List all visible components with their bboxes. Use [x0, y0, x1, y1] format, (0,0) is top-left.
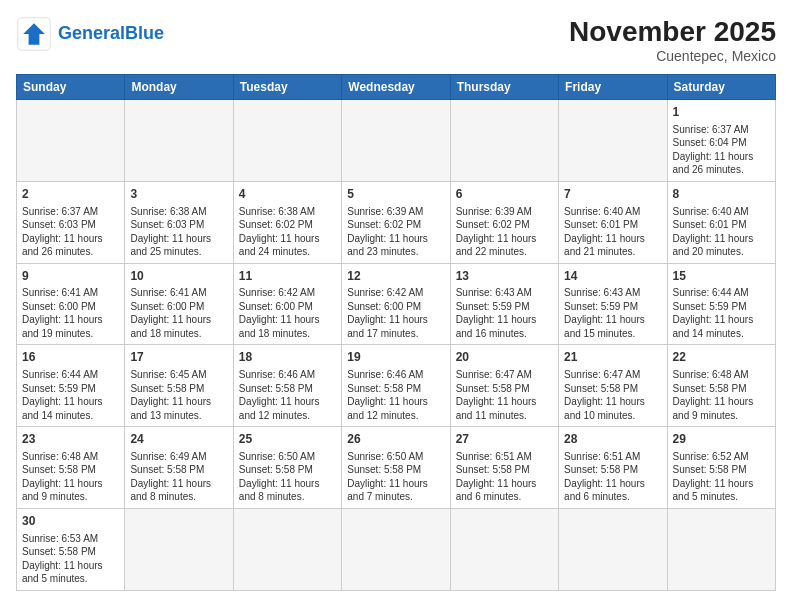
day-info: Sunrise: 6:41 AM Sunset: 6:00 PM Dayligh… [22, 286, 119, 340]
day-info: Sunrise: 6:48 AM Sunset: 5:58 PM Dayligh… [673, 368, 770, 422]
weekday-header-tuesday: Tuesday [233, 75, 341, 100]
calendar-week-row: 16Sunrise: 6:44 AM Sunset: 5:59 PM Dayli… [17, 345, 776, 427]
day-number: 20 [456, 349, 553, 366]
calendar-cell: 27Sunrise: 6:51 AM Sunset: 5:58 PM Dayli… [450, 427, 558, 509]
calendar-cell [450, 508, 558, 590]
calendar-cell [125, 100, 233, 182]
calendar-cell: 21Sunrise: 6:47 AM Sunset: 5:58 PM Dayli… [559, 345, 667, 427]
day-number: 21 [564, 349, 661, 366]
day-info: Sunrise: 6:44 AM Sunset: 5:59 PM Dayligh… [673, 286, 770, 340]
day-number: 7 [564, 186, 661, 203]
day-info: Sunrise: 6:38 AM Sunset: 6:03 PM Dayligh… [130, 205, 227, 259]
calendar-cell: 16Sunrise: 6:44 AM Sunset: 5:59 PM Dayli… [17, 345, 125, 427]
calendar-cell: 26Sunrise: 6:50 AM Sunset: 5:58 PM Dayli… [342, 427, 450, 509]
day-info: Sunrise: 6:47 AM Sunset: 5:58 PM Dayligh… [456, 368, 553, 422]
day-info: Sunrise: 6:49 AM Sunset: 5:58 PM Dayligh… [130, 450, 227, 504]
location: Cuentepec, Mexico [569, 48, 776, 64]
calendar-cell: 3Sunrise: 6:38 AM Sunset: 6:03 PM Daylig… [125, 181, 233, 263]
calendar-cell: 30Sunrise: 6:53 AM Sunset: 5:58 PM Dayli… [17, 508, 125, 590]
calendar-cell: 8Sunrise: 6:40 AM Sunset: 6:01 PM Daylig… [667, 181, 775, 263]
day-number: 12 [347, 268, 444, 285]
day-info: Sunrise: 6:46 AM Sunset: 5:58 PM Dayligh… [347, 368, 444, 422]
page-header: GeneralBlue November 2025 Cuentepec, Mex… [16, 16, 776, 64]
calendar-cell: 11Sunrise: 6:42 AM Sunset: 6:00 PM Dayli… [233, 263, 341, 345]
day-number: 9 [22, 268, 119, 285]
day-info: Sunrise: 6:41 AM Sunset: 6:00 PM Dayligh… [130, 286, 227, 340]
weekday-header-row: SundayMondayTuesdayWednesdayThursdayFrid… [17, 75, 776, 100]
day-info: Sunrise: 6:43 AM Sunset: 5:59 PM Dayligh… [456, 286, 553, 340]
calendar-cell: 4Sunrise: 6:38 AM Sunset: 6:02 PM Daylig… [233, 181, 341, 263]
day-info: Sunrise: 6:39 AM Sunset: 6:02 PM Dayligh… [347, 205, 444, 259]
calendar-cell: 20Sunrise: 6:47 AM Sunset: 5:58 PM Dayli… [450, 345, 558, 427]
calendar-week-row: 1Sunrise: 6:37 AM Sunset: 6:04 PM Daylig… [17, 100, 776, 182]
calendar-cell: 5Sunrise: 6:39 AM Sunset: 6:02 PM Daylig… [342, 181, 450, 263]
day-number: 27 [456, 431, 553, 448]
calendar-cell: 25Sunrise: 6:50 AM Sunset: 5:58 PM Dayli… [233, 427, 341, 509]
calendar-week-row: 9Sunrise: 6:41 AM Sunset: 6:00 PM Daylig… [17, 263, 776, 345]
calendar-week-row: 30Sunrise: 6:53 AM Sunset: 5:58 PM Dayli… [17, 508, 776, 590]
day-info: Sunrise: 6:47 AM Sunset: 5:58 PM Dayligh… [564, 368, 661, 422]
calendar-cell: 15Sunrise: 6:44 AM Sunset: 5:59 PM Dayli… [667, 263, 775, 345]
day-number: 22 [673, 349, 770, 366]
day-info: Sunrise: 6:51 AM Sunset: 5:58 PM Dayligh… [456, 450, 553, 504]
calendar-cell: 1Sunrise: 6:37 AM Sunset: 6:04 PM Daylig… [667, 100, 775, 182]
calendar-cell [342, 508, 450, 590]
day-number: 25 [239, 431, 336, 448]
calendar-cell: 23Sunrise: 6:48 AM Sunset: 5:58 PM Dayli… [17, 427, 125, 509]
calendar-week-row: 23Sunrise: 6:48 AM Sunset: 5:58 PM Dayli… [17, 427, 776, 509]
day-info: Sunrise: 6:48 AM Sunset: 5:58 PM Dayligh… [22, 450, 119, 504]
day-number: 8 [673, 186, 770, 203]
day-number: 1 [673, 104, 770, 121]
calendar-cell: 7Sunrise: 6:40 AM Sunset: 6:01 PM Daylig… [559, 181, 667, 263]
day-number: 26 [347, 431, 444, 448]
calendar-cell [17, 100, 125, 182]
calendar-cell: 28Sunrise: 6:51 AM Sunset: 5:58 PM Dayli… [559, 427, 667, 509]
day-number: 18 [239, 349, 336, 366]
logo: GeneralBlue [16, 16, 164, 52]
day-info: Sunrise: 6:43 AM Sunset: 5:59 PM Dayligh… [564, 286, 661, 340]
calendar-cell: 14Sunrise: 6:43 AM Sunset: 5:59 PM Dayli… [559, 263, 667, 345]
day-number: 2 [22, 186, 119, 203]
weekday-header-wednesday: Wednesday [342, 75, 450, 100]
day-info: Sunrise: 6:45 AM Sunset: 5:58 PM Dayligh… [130, 368, 227, 422]
calendar-cell [342, 100, 450, 182]
calendar-cell: 18Sunrise: 6:46 AM Sunset: 5:58 PM Dayli… [233, 345, 341, 427]
calendar-cell: 17Sunrise: 6:45 AM Sunset: 5:58 PM Dayli… [125, 345, 233, 427]
day-info: Sunrise: 6:40 AM Sunset: 6:01 PM Dayligh… [564, 205, 661, 259]
day-info: Sunrise: 6:38 AM Sunset: 6:02 PM Dayligh… [239, 205, 336, 259]
day-number: 13 [456, 268, 553, 285]
day-number: 15 [673, 268, 770, 285]
day-number: 28 [564, 431, 661, 448]
calendar-cell: 2Sunrise: 6:37 AM Sunset: 6:03 PM Daylig… [17, 181, 125, 263]
day-info: Sunrise: 6:46 AM Sunset: 5:58 PM Dayligh… [239, 368, 336, 422]
day-info: Sunrise: 6:40 AM Sunset: 6:01 PM Dayligh… [673, 205, 770, 259]
calendar-cell [667, 508, 775, 590]
day-info: Sunrise: 6:44 AM Sunset: 5:59 PM Dayligh… [22, 368, 119, 422]
weekday-header-saturday: Saturday [667, 75, 775, 100]
calendar-cell: 12Sunrise: 6:42 AM Sunset: 6:00 PM Dayli… [342, 263, 450, 345]
day-number: 19 [347, 349, 444, 366]
day-number: 14 [564, 268, 661, 285]
day-number: 29 [673, 431, 770, 448]
calendar-cell: 29Sunrise: 6:52 AM Sunset: 5:58 PM Dayli… [667, 427, 775, 509]
calendar-cell: 13Sunrise: 6:43 AM Sunset: 5:59 PM Dayli… [450, 263, 558, 345]
day-number: 24 [130, 431, 227, 448]
day-number: 10 [130, 268, 227, 285]
month-year: November 2025 [569, 16, 776, 48]
day-number: 6 [456, 186, 553, 203]
calendar-cell [559, 100, 667, 182]
calendar-cell [233, 100, 341, 182]
calendar-cell [125, 508, 233, 590]
calendar-cell: 9Sunrise: 6:41 AM Sunset: 6:00 PM Daylig… [17, 263, 125, 345]
day-number: 16 [22, 349, 119, 366]
day-number: 4 [239, 186, 336, 203]
calendar-cell [233, 508, 341, 590]
logo-text: GeneralBlue [58, 24, 164, 44]
calendar-cell: 24Sunrise: 6:49 AM Sunset: 5:58 PM Dayli… [125, 427, 233, 509]
day-info: Sunrise: 6:52 AM Sunset: 5:58 PM Dayligh… [673, 450, 770, 504]
weekday-header-friday: Friday [559, 75, 667, 100]
day-number: 23 [22, 431, 119, 448]
day-info: Sunrise: 6:50 AM Sunset: 5:58 PM Dayligh… [347, 450, 444, 504]
calendar-table: SundayMondayTuesdayWednesdayThursdayFrid… [16, 74, 776, 591]
day-number: 17 [130, 349, 227, 366]
